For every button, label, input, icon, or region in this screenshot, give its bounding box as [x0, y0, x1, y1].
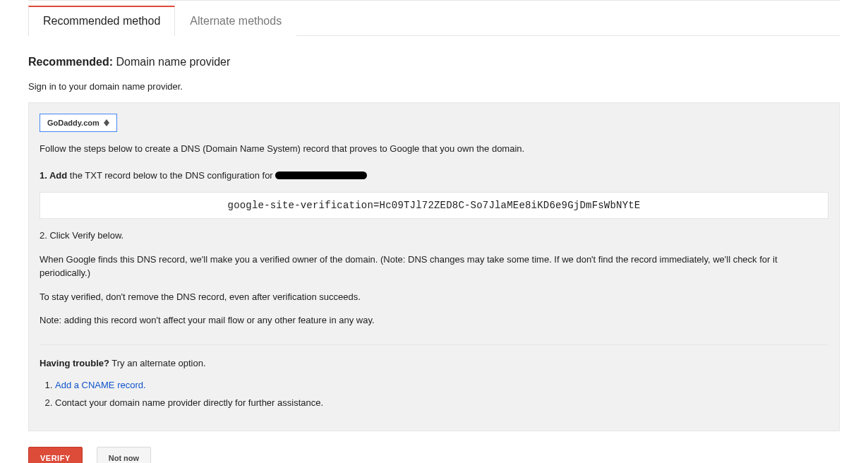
trouble-heading: Having trouble? Try an alternate option.	[40, 356, 828, 371]
page-title-rest: Domain name provider	[113, 56, 230, 68]
add-cname-link[interactable]: Add a CNAME record.	[55, 380, 146, 390]
action-bar: VERIFY Not now	[28, 447, 840, 463]
not-now-button[interactable]: Not now	[97, 447, 151, 463]
instructions-panel: GoDaddy.com Follow the steps below to cr…	[28, 102, 840, 431]
page-title: Recommended: Domain name provider	[28, 56, 840, 68]
trouble-list: Add a CNAME record. Contact your domain …	[40, 380, 828, 408]
step-1: 1. Add the TXT record below to the DNS c…	[40, 169, 828, 183]
tabs-bar: Recommended method Alternate methods	[28, 5, 840, 36]
follow-steps-text: Follow the steps below to create a DNS (…	[40, 142, 828, 156]
svg-marker-1	[104, 123, 109, 126]
step-1-bold: 1. Add	[40, 170, 67, 181]
trouble-rest: Try an alternate option.	[109, 358, 206, 368]
trouble-item-2: Contact your domain name provider direct…	[55, 397, 828, 408]
note-label: Note:	[40, 315, 61, 325]
step-2-pre: 2. Click	[40, 230, 72, 241]
note-find: When Google finds this DNS record, we'll…	[40, 253, 828, 280]
note-mail-text: adding this record won't affect your mai…	[61, 315, 375, 325]
provider-selected-value: GoDaddy.com	[47, 119, 100, 127]
divider	[40, 344, 828, 345]
page-title-bold: Recommended:	[28, 56, 113, 68]
step-2-bold: Verify	[72, 230, 95, 241]
provider-select[interactable]: GoDaddy.com	[40, 114, 117, 132]
sort-icon	[104, 119, 109, 126]
step-1-text: the TXT record below to the DNS configur…	[67, 170, 275, 181]
step-2: 2. Click Verify below.	[40, 229, 828, 243]
note-stay: To stay verified, don't remove the DNS r…	[40, 290, 828, 304]
trouble-item-1: Add a CNAME record.	[55, 380, 828, 390]
tab-recommended[interactable]: Recommended method	[28, 6, 175, 36]
redacted-domain	[275, 172, 367, 179]
step-2-post: below.	[95, 230, 123, 241]
trouble-bold: Having trouble?	[40, 358, 109, 368]
txt-record-value[interactable]: google-site-verification=Hc09TJl72ZED8C-…	[40, 192, 828, 219]
note-mail: Note: adding this record won't affect yo…	[40, 313, 828, 327]
tab-alternate[interactable]: Alternate methods	[175, 6, 296, 36]
signin-prompt: Sign in to your domain name provider.	[28, 81, 840, 92]
verify-button[interactable]: VERIFY	[28, 447, 83, 463]
